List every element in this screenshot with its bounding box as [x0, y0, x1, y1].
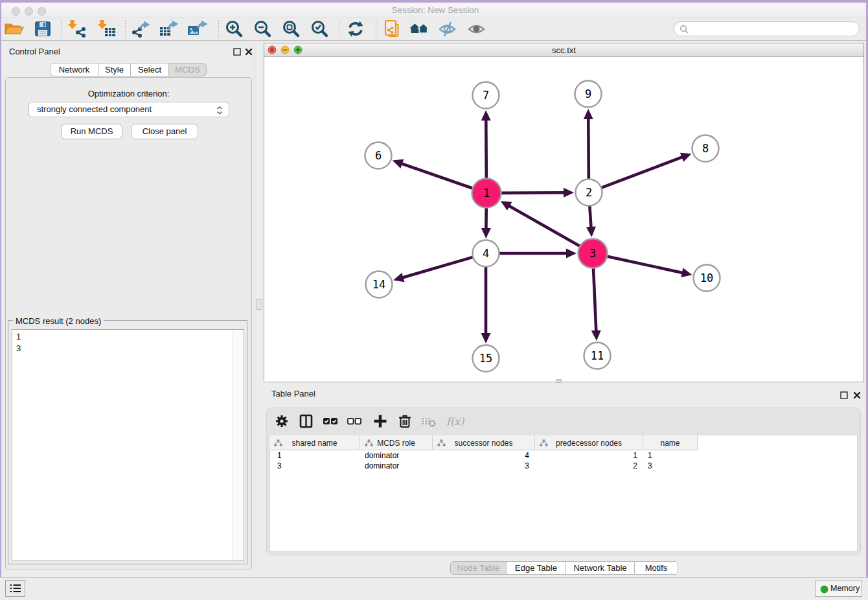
search-input[interactable] [674, 21, 860, 36]
edge-1-2[interactable] [501, 192, 565, 193]
table-row[interactable]: 1dominator411 [269, 450, 698, 461]
network-view-window: scc.txt 7968124314101511 [264, 43, 864, 382]
svg-text:f(x): f(x) [446, 415, 464, 428]
close-panel-button[interactable]: Close panel [131, 124, 198, 139]
tab-style[interactable]: Style [98, 63, 131, 76]
node-label-2: 2 [586, 186, 592, 199]
cell-predecessor-nodes: 1 [535, 451, 637, 460]
import-network-icon[interactable] [66, 19, 88, 40]
cell-name: 1 [648, 451, 694, 460]
tab-network-table[interactable]: Network Table [565, 561, 635, 575]
node-label-10: 10 [700, 271, 713, 284]
criterion-select[interactable]: strongly connected component [29, 102, 229, 117]
select-all-icon[interactable] [322, 413, 344, 430]
column-header-predecessor-nodes[interactable]: predecessor nodes [535, 435, 643, 450]
tab-motifs[interactable]: Motifs [634, 561, 678, 575]
window-titlebar: Session: New Session [1, 3, 866, 17]
toolbar-separator [376, 20, 376, 38]
export-network-icon[interactable] [130, 19, 152, 40]
open-session-doc-icon[interactable] [381, 19, 403, 40]
window-title: Session: New Session [1, 5, 868, 15]
node-label-9: 9 [585, 87, 591, 100]
edge-3-11[interactable] [593, 268, 596, 332]
edge-arrowhead [393, 159, 404, 168]
edge-arrowhead [564, 188, 574, 198]
split-resize-handle[interactable] [556, 379, 562, 383]
open-file-icon[interactable] [3, 19, 25, 40]
network-window-titlebar[interactable]: scc.txt [264, 43, 863, 57]
edge-1-7[interactable] [486, 119, 486, 178]
control-panel-tabs: NetworkStyleSelectMCDS [50, 63, 207, 76]
close-panel-icon[interactable] [244, 47, 253, 56]
column-header-name[interactable]: name [643, 435, 698, 450]
tab-edge-table[interactable]: Edge Table [506, 561, 566, 575]
task-history-button[interactable] [5, 580, 25, 597]
delete-table-icon [420, 413, 442, 430]
table-row[interactable]: 3dominator323 [269, 461, 698, 471]
node-label-15: 15 [479, 352, 492, 365]
toolbar-separator [339, 20, 339, 38]
column-header-shared-name[interactable]: shared name [269, 435, 360, 450]
edge-1-6[interactable] [400, 163, 472, 189]
edge-2-9[interactable] [588, 117, 589, 179]
node-label-8: 8 [702, 142, 709, 155]
chevron-up-down-icon [216, 106, 223, 115]
node-label-14: 14 [372, 278, 385, 291]
edge-label-mark [535, 192, 540, 194]
divider-handle[interactable] [257, 299, 262, 310]
zoom-selected-icon[interactable] [309, 19, 331, 40]
edge-arrowhead [481, 228, 491, 238]
cell-name: 3 [648, 461, 694, 470]
show-all-icon[interactable] [466, 19, 488, 40]
edge-arrowhead [584, 109, 593, 119]
close-table-panel-icon[interactable] [852, 391, 862, 400]
refresh-view-icon[interactable] [345, 19, 367, 40]
cell-shared-name: 1 [277, 451, 360, 460]
edge-arrowhead [481, 110, 491, 121]
column-header-MCDS-role[interactable]: MCDS role [360, 435, 433, 450]
function-builder-icon: f(x) [446, 413, 468, 430]
run-mcds-button[interactable]: Run MCDS [61, 124, 122, 139]
zoom-out-icon[interactable] [252, 19, 274, 40]
mcds-result-list[interactable]: 1 3 [12, 329, 244, 561]
cell-successor-nodes: 3 [433, 461, 529, 470]
home-network-view-icon[interactable] [409, 19, 431, 40]
tab-node-table[interactable]: Node Table [450, 561, 507, 575]
zoom-in-icon[interactable] [223, 19, 246, 40]
node-label-6: 6 [375, 149, 382, 162]
tab-network[interactable]: Network [50, 63, 98, 76]
panel-divider [255, 43, 255, 573]
optimization-criterion-label: Optimization criterion: [5, 89, 252, 98]
float-table-panel-icon[interactable] [840, 391, 848, 399]
result-scrollbar[interactable] [233, 330, 244, 560]
edge-label-mark [537, 253, 542, 255]
edge-3-10[interactable] [607, 257, 683, 273]
save-session-icon[interactable] [32, 19, 54, 40]
edge-arrowhead [566, 249, 577, 259]
export-image-icon[interactable] [187, 19, 209, 40]
cell-predecessor-nodes: 2 [535, 461, 637, 470]
tab-mcds[interactable]: MCDS [168, 63, 207, 76]
import-table-icon[interactable] [96, 19, 118, 40]
node-label-11: 11 [591, 349, 604, 362]
deselect-all-icon[interactable] [346, 413, 368, 430]
node-label-7: 7 [483, 89, 489, 102]
edge-3-1[interactable] [508, 205, 580, 246]
delete-column-icon[interactable] [396, 413, 418, 430]
column-header-successor-nodes[interactable]: successor nodes [433, 435, 535, 450]
export-table-icon[interactable] [159, 19, 181, 40]
float-panel-icon[interactable] [233, 48, 241, 56]
table-header-row: shared nameMCDS rolesuccessor nodesprede… [269, 435, 698, 450]
memory-button[interactable]: Memory [815, 581, 862, 597]
add-column-icon[interactable] [372, 413, 394, 430]
split-panel-icon[interactable] [297, 413, 319, 430]
toolbar-separator [125, 20, 126, 38]
table-settings-icon[interactable] [273, 413, 295, 430]
edge-2-3[interactable] [589, 206, 591, 229]
zoom-fit-icon[interactable] [280, 19, 303, 40]
hide-selected-icon[interactable] [437, 19, 459, 40]
edge-4-14[interactable] [402, 257, 473, 278]
tab-select[interactable]: Select [130, 63, 169, 76]
network-graph-canvas[interactable]: 7968124314101511 [264, 57, 863, 382]
edge-2-8[interactable] [602, 157, 684, 188]
